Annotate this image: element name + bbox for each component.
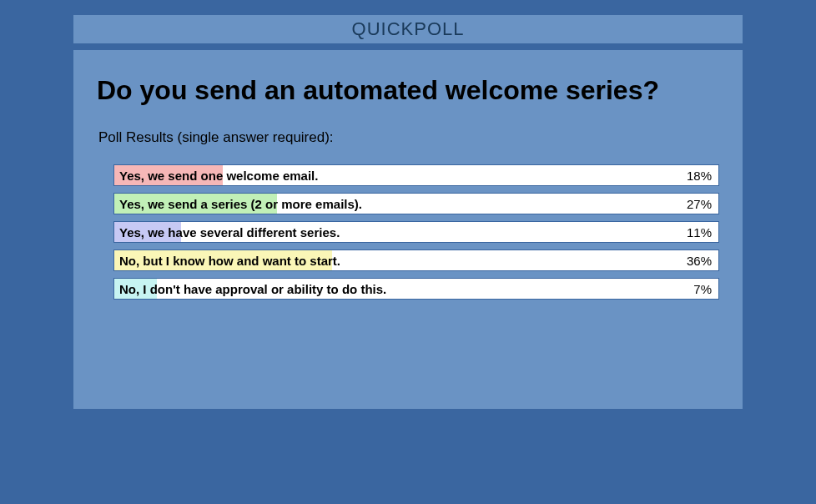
poll-option-pct: 18%: [687, 169, 712, 183]
poll-subtitle: Poll Results (single answer required):: [98, 129, 719, 146]
poll-option-row: Yes, we send a series (2 or more emails)…: [113, 193, 719, 214]
poll-option-label: No, I don't have approval or ability to …: [119, 282, 386, 296]
header-bar: QUICKPOLL: [73, 15, 743, 43]
poll-question: Do you send an automated welcome series?: [97, 75, 719, 106]
poll-panel: Do you send an automated welcome series?…: [73, 50, 743, 409]
header-title: QUICKPOLL: [352, 18, 465, 39]
poll-option-pct: 11%: [687, 225, 712, 239]
poll-option-row: No, but I know how and want to start. 36…: [113, 249, 719, 271]
poll-option-label: Yes, we send a series (2 or more emails)…: [119, 197, 362, 211]
poll-option-label: No, but I know how and want to start.: [119, 254, 340, 268]
poll-option-row: Yes, we send one welcome email. 18%: [113, 164, 719, 186]
poll-option-pct: 7%: [693, 282, 712, 296]
poll-option-pct: 27%: [687, 197, 712, 211]
poll-option-row: Yes, we have several different series. 1…: [113, 221, 719, 243]
poll-option-row: No, I don't have approval or ability to …: [113, 278, 719, 300]
poll-option-pct: 36%: [687, 254, 712, 268]
poll-option-label: Yes, we send one welcome email.: [119, 169, 318, 183]
poll-bars: Yes, we send one welcome email. 18% Yes,…: [113, 164, 719, 300]
poll-option-label: Yes, we have several different series.: [119, 225, 340, 239]
